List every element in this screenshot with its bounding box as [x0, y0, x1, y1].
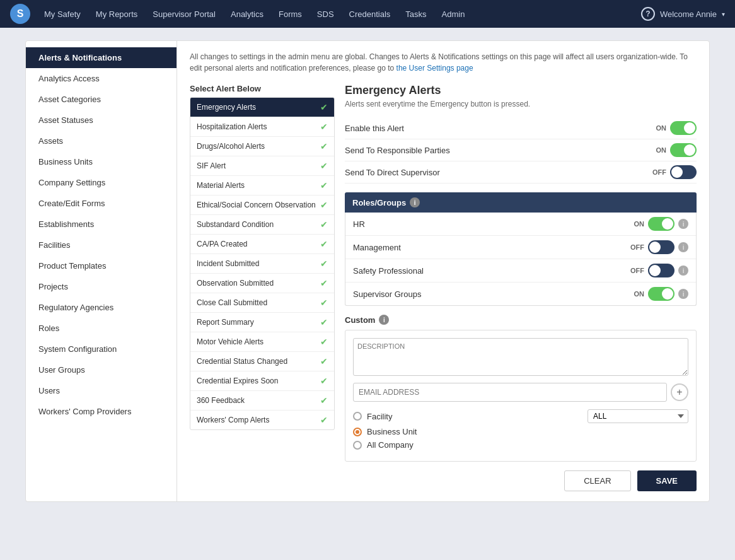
- nav-my-reports[interactable]: My Reports: [90, 6, 144, 23]
- alert-item-incident[interactable]: Incident Submitted ✔: [190, 254, 334, 274]
- business-unit-radio-row[interactable]: Business Unit: [353, 427, 688, 436]
- user-menu-caret[interactable]: ▾: [722, 11, 725, 18]
- nav-admin[interactable]: Admin: [436, 6, 472, 23]
- role-toggle-management[interactable]: [648, 240, 674, 254]
- alert-item-motor-vehicle[interactable]: Motor Vehicle Alerts ✔: [190, 332, 334, 352]
- sidebar-item-alerts-notifications[interactable]: Alerts & Notifications: [26, 47, 177, 68]
- nav-sds[interactable]: SDS: [311, 6, 340, 23]
- alert-item-close-call[interactable]: Close Call Submitted ✔: [190, 293, 334, 313]
- enable-alert-state: ON: [656, 124, 667, 132]
- toggle-knob: [684, 144, 695, 156]
- role-row-hr: HR ON i: [345, 213, 696, 236]
- alert-item-substandard[interactable]: Substandard Condition ✔: [190, 215, 334, 235]
- all-company-radio-label: All Company: [367, 440, 414, 450]
- nav-supervisor-portal[interactable]: Supervisor Portal: [146, 6, 222, 23]
- alert-item-sif[interactable]: SIF Alert ✔: [190, 156, 334, 176]
- role-toggle-group-hr: ON i: [634, 217, 689, 231]
- send-supervisor-toggle-group: OFF: [652, 165, 697, 179]
- enable-alert-label: Enable this Alert: [345, 124, 404, 133]
- role-info-supervisor-groups[interactable]: i: [678, 289, 688, 299]
- toggle-knob: [671, 166, 683, 178]
- all-company-radio[interactable]: [353, 441, 362, 450]
- nav-my-safety[interactable]: My Safety: [38, 6, 87, 23]
- alert-item-workers-comp[interactable]: Workers' Comp Alerts ✔: [190, 411, 334, 429]
- sidebar-item-roles[interactable]: Roles: [26, 318, 177, 339]
- alert-item-emergency[interactable]: Emergency Alerts ✔: [190, 98, 334, 117]
- alert-item-credential-status[interactable]: Credential Status Changed ✔: [190, 352, 334, 371]
- send-supervisor-toggle[interactable]: [670, 165, 697, 179]
- sidebar-item-users[interactable]: Users: [26, 380, 177, 401]
- check-icon: ✔: [320, 200, 328, 210]
- alert-item-credential-expires[interactable]: Credential Expires Soon ✔: [190, 371, 334, 391]
- sidebar-item-system-configuration[interactable]: System Configuration: [26, 339, 177, 359]
- email-address-input[interactable]: [353, 383, 667, 402]
- alert-item-ethical[interactable]: Ethical/Social Concern Observation ✔: [190, 195, 334, 215]
- role-info-safety-professional[interactable]: i: [678, 265, 688, 276]
- roles-info-icon[interactable]: i: [410, 197, 420, 207]
- facility-radio-row[interactable]: Facility ALL: [353, 409, 688, 423]
- sidebar-item-user-groups[interactable]: User Groups: [26, 359, 177, 380]
- welcome-text[interactable]: Welcome Annie: [660, 9, 717, 19]
- custom-info-icon[interactable]: i: [379, 315, 389, 325]
- sidebar-item-facilities[interactable]: Facilities: [26, 235, 177, 255]
- check-icon: ✔: [320, 415, 328, 425]
- enable-alert-toggle-group: ON: [656, 121, 697, 135]
- alert-item-label: Workers' Comp Alerts: [197, 416, 269, 424]
- nav-credentials[interactable]: Credentials: [343, 6, 397, 23]
- alert-item-material[interactable]: Material Alerts ✔: [190, 176, 334, 195]
- clear-button[interactable]: CLEAR: [564, 470, 630, 491]
- alert-item-report-summary[interactable]: Report Summary ✔: [190, 313, 334, 332]
- sidebar-item-establishments[interactable]: Establishments: [26, 214, 177, 235]
- save-button[interactable]: SAVE: [637, 470, 697, 491]
- sidebar-item-create-edit-forms[interactable]: Create/Edit Forms: [26, 193, 177, 214]
- role-state-safety-professional: OFF: [630, 267, 644, 274]
- alert-item-label: Credential Status Changed: [197, 357, 287, 366]
- alert-list: Emergency Alerts ✔ Hospitalization Alert…: [190, 97, 335, 430]
- nav-analytics[interactable]: Analytics: [224, 6, 270, 23]
- sidebar-item-projects[interactable]: Projects: [26, 276, 177, 297]
- role-info-management[interactable]: i: [678, 242, 688, 252]
- send-responsible-toggle[interactable]: [670, 143, 697, 157]
- sidebar-item-business-units[interactable]: Business Units: [26, 151, 177, 172]
- sidebar-item-company-settings[interactable]: Company Settings: [26, 172, 177, 193]
- alert-item-observation[interactable]: Observation Submitted ✔: [190, 274, 334, 293]
- sidebar-item-product-templates[interactable]: Product Templates: [26, 255, 177, 276]
- alert-item-label: Hospitalization Alerts: [197, 122, 267, 131]
- alert-item-hospitalization[interactable]: Hospitalization Alerts ✔: [190, 117, 334, 137]
- check-icon: ✔: [320, 102, 328, 112]
- send-supervisor-state: OFF: [652, 168, 666, 176]
- check-icon: ✔: [320, 278, 328, 288]
- user-settings-link[interactable]: the User Settings page: [396, 64, 473, 73]
- sidebar-item-asset-statuses[interactable]: Asset Statuses: [26, 110, 177, 131]
- enable-alert-toggle[interactable]: [670, 121, 697, 135]
- role-name-hr: HR: [353, 219, 634, 229]
- sidebar-item-asset-categories[interactable]: Asset Categories: [26, 89, 177, 110]
- sidebar-item-regulatory-agencies[interactable]: Regulatory Agencies: [26, 297, 177, 318]
- facility-radio-label: Facility: [367, 412, 392, 421]
- alert-item-drugs-alcohol[interactable]: Drugs/Alcohol Alerts ✔: [190, 137, 334, 156]
- alert-item-label: Material Alerts: [197, 181, 245, 190]
- business-unit-radio[interactable]: [353, 428, 362, 436]
- sidebar-item-assets[interactable]: Assets: [26, 131, 177, 151]
- help-icon[interactable]: ?: [641, 7, 655, 21]
- facility-select[interactable]: ALL: [587, 409, 688, 423]
- select-alert-label: Select Alert Below: [190, 84, 335, 93]
- role-info-hr[interactable]: i: [678, 219, 688, 229]
- role-toggle-safety-professional[interactable]: [648, 264, 674, 277]
- facility-radio[interactable]: [353, 412, 362, 421]
- sidebar-item-analytics-access[interactable]: Analytics Access: [26, 68, 177, 89]
- role-toggle-supervisor-groups[interactable]: [648, 287, 674, 301]
- sidebar-item-workers-comp-providers[interactable]: Workers' Comp Providers: [26, 401, 177, 422]
- role-toggle-hr[interactable]: [648, 217, 674, 231]
- custom-header: Custom i: [345, 315, 697, 325]
- nav-forms[interactable]: Forms: [272, 6, 308, 23]
- alert-item-360-feedback[interactable]: 360 Feedback ✔: [190, 391, 334, 411]
- send-supervisor-row: Send To Direct Supervisor OFF: [345, 161, 697, 184]
- email-row: +: [353, 383, 688, 402]
- description-textarea[interactable]: [353, 338, 688, 376]
- check-icon: ✔: [320, 122, 328, 132]
- add-email-button[interactable]: +: [671, 383, 688, 401]
- nav-tasks[interactable]: Tasks: [399, 6, 432, 23]
- all-company-radio-row[interactable]: All Company: [353, 440, 688, 450]
- alert-item-capa[interactable]: CA/PA Created ✔: [190, 235, 334, 254]
